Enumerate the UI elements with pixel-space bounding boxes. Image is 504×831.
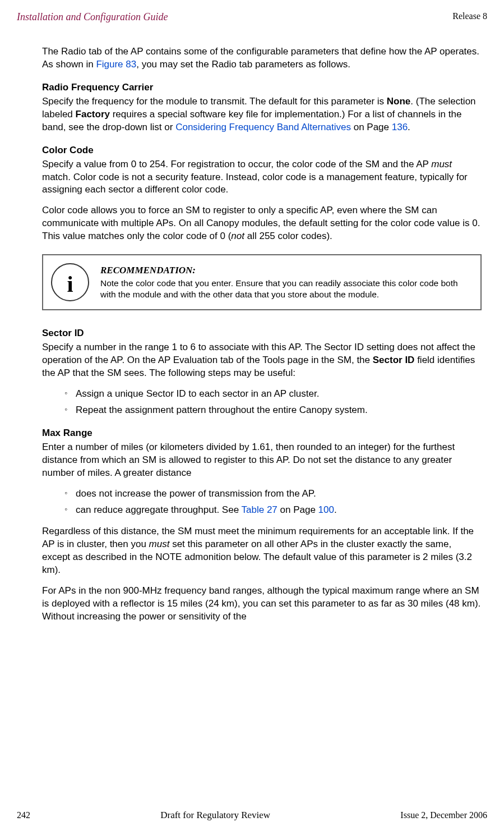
text: . — [408, 122, 410, 132]
text: Specify a value from 0 to 254. For regis… — [42, 159, 431, 169]
sid-paragraph: Specify a number in the range 1 to 6 to … — [42, 341, 482, 380]
list-item: can reduce aggregate throughput. See Tab… — [64, 504, 482, 517]
page: Installation and Configuration Guide Rel… — [0, 0, 504, 831]
list-item: Assign a unique Sector ID to each sector… — [64, 388, 482, 401]
header-title: Installation and Configuration Guide — [17, 11, 168, 23]
figure-link[interactable]: Figure 83 — [96, 59, 136, 70]
mr-bullet-list: does not increase the power of transmiss… — [42, 488, 482, 517]
list-item: does not increase the power of transmiss… — [64, 488, 482, 501]
text-italic: must — [149, 539, 170, 549]
intro-paragraph: The Radio tab of the AP contains some of… — [42, 45, 482, 71]
page-number: 242 — [17, 810, 30, 820]
text: can reduce aggregate throughput. See — [76, 504, 242, 515]
cc-heading: Color Code — [42, 144, 482, 157]
header-release: Release 8 — [452, 11, 487, 23]
text: all 255 color codes). — [244, 231, 332, 241]
mr-paragraph-1: Enter a number of miles (or kilometers d… — [42, 441, 482, 480]
callout-text: Note the color code that you enter. Ensu… — [100, 278, 473, 300]
callout-title: RECOMMENDATION: — [100, 264, 473, 277]
text: , you may set the Radio tab parameters a… — [136, 59, 350, 70]
info-icon: i — [51, 263, 89, 301]
sid-heading: Sector ID — [42, 327, 482, 340]
text: on Page — [351, 122, 392, 132]
text-italic: must — [431, 159, 452, 169]
list-item: Repeat the assignment pattern throughout… — [64, 404, 482, 417]
cc-paragraph-2: Color code allows you to force an SM to … — [42, 204, 482, 243]
page-footer: 242 Draft for Regulatory Review Issue 2,… — [17, 810, 487, 821]
text-bold: Sector ID — [373, 355, 415, 365]
table-link[interactable]: Table 27 — [242, 504, 278, 515]
rfc-heading: Radio Frequency Carrier — [42, 81, 482, 94]
page-header: Installation and Configuration Guide Rel… — [17, 11, 487, 23]
page-content: The Radio tab of the AP contains some of… — [42, 45, 482, 623]
page-ref-link[interactable]: 136 — [392, 122, 408, 132]
text: on Page — [278, 504, 318, 515]
recommendation-callout: i RECOMMENDATION: Note the color code th… — [42, 254, 482, 310]
cross-ref-link[interactable]: Considering Frequency Band Alternatives — [175, 122, 351, 132]
callout-body: RECOMMENDATION: Note the color code that… — [100, 264, 473, 300]
text: . — [334, 504, 337, 515]
footer-issue: Issue 2, December 2006 — [400, 810, 487, 820]
text-bold: None — [387, 96, 411, 107]
page-ref-link[interactable]: 100 — [318, 504, 334, 515]
text-bold: Factory — [76, 109, 110, 120]
rfc-paragraph: Specify the frequency for the module to … — [42, 95, 482, 134]
mr-heading: Max Range — [42, 427, 482, 440]
sid-bullet-list: Assign a unique Sector ID to each sector… — [42, 388, 482, 417]
mr-paragraph-2: Regardless of this distance, the SM must… — [42, 525, 482, 577]
mr-paragraph-3: For APs in the non 900-MHz frequency ban… — [42, 585, 482, 623]
cc-paragraph-1: Specify a value from 0 to 254. For regis… — [42, 158, 482, 197]
footer-center: Draft for Regulatory Review — [160, 810, 270, 821]
text-italic: not — [231, 231, 244, 241]
text: Specify the frequency for the module to … — [42, 96, 387, 107]
text: match. Color code is not a security feat… — [42, 172, 468, 195]
